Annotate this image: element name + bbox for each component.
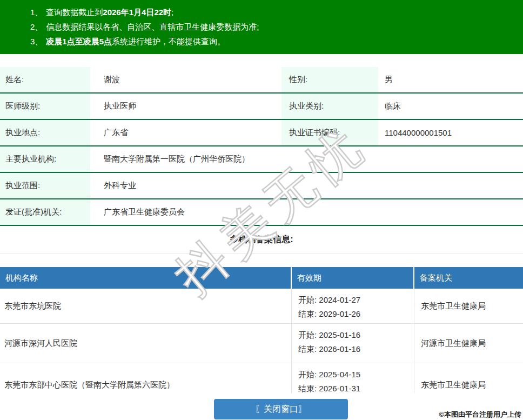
cell-filing-authority: 河源市卫生健康局 xyxy=(414,324,523,363)
divider xyxy=(0,253,523,254)
practitioner-info-table: 姓名: 谢波 性别: 男 医师级别: 执业医师 执业类别: 临床 执业地点: 广… xyxy=(0,67,523,226)
cell-org-name: 河源市深河人民医院 xyxy=(0,324,292,363)
notice-number: 1、 xyxy=(30,8,43,17)
notice-line: 3、凌晨1点至凌晨5点系统进行维护，不能提供查询。 xyxy=(30,34,518,49)
table-row: 执业地点: 广东省 执业证书编码: 110440000001501 xyxy=(0,120,523,146)
filing-table: 机构名称 有效期 备案机关 东莞市东坑医院 开始: 2024-01-27 结束:… xyxy=(0,267,523,393)
field-value-practice-category: 临床 xyxy=(378,94,523,119)
field-value-doctor-level: 执业医师 xyxy=(90,94,281,119)
close-window-button[interactable]: 〖关闭窗口〗 xyxy=(214,399,348,419)
table-row: 东莞市东部中心医院（暨南大学附属第六医院） 开始: 2025-04-15 结束:… xyxy=(0,363,523,393)
field-value-certificate-number: 110440000001501 xyxy=(378,120,523,145)
field-label-doctor-level: 医师级别: xyxy=(0,94,90,119)
column-header-validity: 有效期 xyxy=(292,267,414,289)
field-value-issuing-authority: 广东省卫生健康委员会 xyxy=(90,199,523,225)
validity-end: 结束: 2026-01-16 xyxy=(298,342,414,356)
field-value-gender: 男 xyxy=(378,67,523,92)
field-label-certificate-number: 执业证书编码: xyxy=(281,120,378,145)
cell-validity: 开始: 2025-04-15 结束: 2026-01-31 xyxy=(292,363,414,393)
button-row: 〖关闭窗口〗 xyxy=(0,399,523,419)
validity-start: 开始: 2024-01-27 xyxy=(298,293,414,307)
field-value-practice-scope: 外科专业 xyxy=(90,173,523,198)
notice-text: 查询数据截止到 xyxy=(46,8,103,17)
license-query-page: 1、查询数据截止到2026年1月4日22时; 2、信息数据结果以各省、自治区、直… xyxy=(0,0,523,419)
notice-text: ; xyxy=(171,8,173,17)
validity-end: 结束: 2029-01-26 xyxy=(298,307,414,321)
notice-text: 信息数据结果以各省、自治区、直辖市卫生健康委数据为准; xyxy=(46,22,259,31)
field-label-practice-location: 执业地点: xyxy=(0,120,90,145)
notice-number: 3、 xyxy=(30,37,43,46)
cell-org-name: 东莞市东坑医院 xyxy=(0,289,292,323)
field-label-gender: 性别: xyxy=(281,67,378,92)
validity-start: 开始: 2025-01-16 xyxy=(298,328,414,342)
cell-org-name: 东莞市东部中心医院（暨南大学附属第六医院） xyxy=(0,363,292,393)
notice-text-bold: 2026年1月4日22时 xyxy=(103,8,171,17)
column-header-org-name: 机构名称 xyxy=(0,267,292,289)
table-row: 姓名: 谢波 性别: 男 xyxy=(0,67,523,94)
notice-text: 系统进行维护，不能提供查询。 xyxy=(112,37,225,46)
cell-filing-authority: 东莞市卫生健康局 xyxy=(414,289,523,323)
table-row: 发证(批准)机关: 广东省卫生健康委员会 xyxy=(0,199,523,226)
validity-start: 开始: 2025-04-15 xyxy=(298,368,414,382)
cell-filing-authority: 东莞市卫生健康局 xyxy=(414,363,523,393)
filing-table-header: 机构名称 有效期 备案机关 xyxy=(0,267,523,289)
field-label-practice-category: 执业类别: xyxy=(281,94,378,119)
field-value-name: 谢波 xyxy=(90,67,281,92)
field-label-issuing-authority: 发证(批准)机关: xyxy=(0,199,90,225)
notice-text-bold: 凌晨1点至凌晨5点 xyxy=(46,37,112,46)
section-title-multi-institution-filing: 多机构备案信息: xyxy=(0,226,523,253)
table-row: 主要执业机构: 暨南大学附属第一医院（广州华侨医院） xyxy=(0,146,523,173)
column-header-filing-authority: 备案机关 xyxy=(414,267,523,289)
field-label-main-institution: 主要执业机构: xyxy=(0,146,90,172)
notice-line: 2、信息数据结果以各省、自治区、直辖市卫生健康委数据为准; xyxy=(30,19,518,34)
table-row: 东莞市东坑医院 开始: 2024-01-27 结束: 2029-01-26 东莞… xyxy=(0,289,523,324)
validity-end: 结束: 2026-01-31 xyxy=(298,382,414,393)
cell-validity: 开始: 2025-01-16 结束: 2026-01-16 xyxy=(292,324,414,363)
notice-banner: 1、查询数据截止到2026年1月4日22时; 2、信息数据结果以各省、自治区、直… xyxy=(0,0,523,54)
cell-validity: 开始: 2024-01-27 结束: 2029-01-26 xyxy=(292,289,414,323)
field-label-practice-scope: 执业范围: xyxy=(0,173,90,198)
field-value-main-institution: 暨南大学附属第一医院（广州华侨医院） xyxy=(90,146,523,172)
notice-line: 1、查询数据截止到2026年1月4日22时; xyxy=(30,5,518,19)
table-row: 河源市深河人民医院 开始: 2025-01-16 结束: 2026-01-16 … xyxy=(0,324,523,363)
table-row: 医师级别: 执业医师 执业类别: 临床 xyxy=(0,94,523,120)
field-value-practice-location: 广东省 xyxy=(90,120,281,145)
field-label-name: 姓名: xyxy=(0,67,90,92)
notice-number: 2、 xyxy=(30,22,43,31)
table-row: 执业范围: 外科专业 xyxy=(0,173,523,199)
